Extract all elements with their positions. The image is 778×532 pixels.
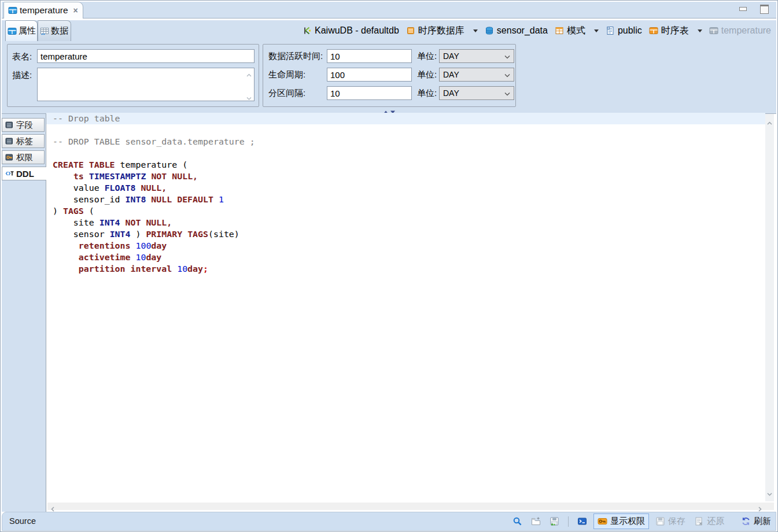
- statusbar-action[interactable]: [529, 515, 543, 528]
- close-icon[interactable]: ×: [73, 6, 78, 14]
- breadcrumb-item[interactable]: 模式: [555, 25, 599, 37]
- minimize-icon[interactable]: [739, 7, 747, 11]
- console-icon: [577, 516, 587, 526]
- scroll-up-icon[interactable]: [245, 70, 253, 76]
- sidebar-item[interactable]: 权限: [2, 150, 45, 164]
- form-row-input[interactable]: [327, 68, 412, 82]
- table-icon: [8, 6, 17, 15]
- permissions-icon: [5, 153, 14, 162]
- form-row-input[interactable]: [327, 49, 412, 63]
- ddl-code-editor[interactable]: -- Drop table-- DROP TABLE sensor_data.t…: [46, 114, 777, 512]
- key-icon: [598, 516, 607, 526]
- chevron-down-icon: [504, 88, 510, 98]
- scroll-down-icon[interactable]: [767, 488, 772, 498]
- chevron-down-icon[interactable]: [698, 29, 702, 32]
- status-bar: Source: [2, 512, 776, 531]
- statusbar-action[interactable]: 还原: [692, 514, 727, 529]
- code-line: [46, 147, 765, 159]
- view-tab[interactable]: 属性: [5, 20, 38, 41]
- statusbar-action-label: 还原: [707, 516, 724, 527]
- fields-icon: [5, 120, 14, 130]
- code-line: sensor_id INT8 NULL DEFAULT 1: [46, 194, 765, 205]
- save-gray-icon: [655, 516, 665, 526]
- data-grid-icon: [40, 27, 49, 36]
- scroll-up-icon[interactable]: [767, 117, 772, 127]
- table-name-label: 表名:: [12, 51, 32, 62]
- breadcrumb-label: 模式: [567, 25, 585, 37]
- breadcrumb: KaiwuDB - defaultdb 时序数据库 sensor_data 模式…: [296, 20, 777, 41]
- breadcrumb-label: sensor_data: [497, 25, 548, 36]
- statusbar-action[interactable]: [575, 515, 589, 528]
- unit-select-value: DAY: [443, 88, 459, 98]
- unit-label: 单位:: [417, 68, 437, 82]
- editor-tab-bar: [2, 2, 776, 19]
- code-line: CREATE TABLE temperature (: [46, 159, 765, 171]
- statusbar-action[interactable]: 刷新: [739, 514, 773, 529]
- code-line: sensor INT4 ) PRIMARY TAGS(site): [46, 228, 765, 240]
- breadcrumb-item[interactable]: KaiwuDB - defaultdb: [303, 25, 399, 36]
- sidebar-item-label: 标签: [16, 136, 33, 147]
- breadcrumb-item[interactable]: 时序数据库: [406, 25, 478, 37]
- breadcrumb-label: public: [618, 25, 642, 36]
- unit-select-value: DAY: [443, 70, 459, 79]
- ddl-icon: [5, 169, 14, 178]
- form-row: 生命周期: 单位: DAY: [263, 68, 515, 82]
- breadcrumb-label: 时序表: [661, 25, 689, 37]
- breadcrumb-label: temperature: [721, 25, 771, 36]
- chevron-down-icon[interactable]: [594, 29, 599, 32]
- sidebar-item[interactable]: 字段: [2, 118, 45, 132]
- table-gray-icon: [709, 26, 718, 35]
- breadcrumb-item[interactable]: public: [606, 25, 642, 36]
- breadcrumb-label: KaiwuDB - defaultdb: [315, 25, 399, 36]
- maximize-icon[interactable]: [760, 5, 769, 14]
- separator: [568, 516, 569, 527]
- page-icon: [606, 26, 615, 35]
- code-line: site INT4 NOT NULL,: [46, 217, 765, 228]
- breadcrumb-item[interactable]: temperature: [709, 25, 771, 36]
- table-blue-icon: [8, 27, 17, 36]
- search-icon: [512, 516, 522, 526]
- code-line: activetime 10day: [46, 252, 765, 263]
- unit-select[interactable]: DAY: [439, 49, 514, 63]
- code-line: -- Drop table: [46, 113, 765, 124]
- form-row-label: 生命周期:: [268, 68, 305, 82]
- statusbar-action[interactable]: [547, 515, 562, 528]
- unit-select[interactable]: DAY: [439, 86, 514, 100]
- save-file-icon: [550, 516, 559, 526]
- kaiwudb-logo: [303, 26, 312, 35]
- code-line: retentions 100day: [46, 240, 765, 252]
- retention-group: 数据活跃时间: 单位: DAY 生命周期: 单位: DAY: [263, 44, 516, 107]
- sidebar-item-label: DDL: [16, 169, 34, 179]
- tags-icon: [5, 136, 14, 146]
- new-folder-icon: [531, 516, 541, 526]
- table-name-input[interactable]: [37, 49, 255, 63]
- editor-tab-label: temperature: [20, 5, 68, 16]
- sidebar-item[interactable]: DDL: [2, 167, 46, 180]
- statusbar-action[interactable]: [566, 515, 571, 529]
- statusbar-action[interactable]: [510, 515, 525, 528]
- schema-icon: [555, 26, 564, 35]
- chevron-down-icon[interactable]: [473, 29, 478, 32]
- sidebar-item-label: 字段: [16, 120, 33, 131]
- statusbar-action[interactable]: 保存: [653, 514, 688, 529]
- horizontal-scrollbar[interactable]: [47, 503, 765, 510]
- statusbar-action[interactable]: 显示权限: [593, 513, 649, 529]
- scroll-down-icon[interactable]: [245, 93, 253, 99]
- table-info-group: 表名: 描述:: [7, 44, 259, 107]
- breadcrumb-item[interactable]: 时序表: [649, 25, 702, 37]
- description-label: 描述:: [12, 70, 32, 81]
- description-textarea[interactable]: [37, 68, 255, 101]
- table-orange-icon: [649, 26, 658, 35]
- scrollbar-corner: [765, 503, 774, 510]
- view-tab[interactable]: 数据: [38, 20, 71, 41]
- vertical-scrollbar[interactable]: [765, 114, 774, 501]
- code-line: ) TAGS (: [46, 205, 765, 217]
- source-tab-label[interactable]: Source: [9, 512, 36, 530]
- form-row-label: 数据活跃时间:: [268, 49, 323, 63]
- sidebar-item[interactable]: 标签: [2, 134, 45, 148]
- unit-select[interactable]: DAY: [439, 68, 514, 82]
- breadcrumb-item[interactable]: sensor_data: [485, 25, 548, 36]
- editor-tab-temperature[interactable]: temperature ×: [3, 2, 83, 19]
- revert-icon: [694, 516, 704, 526]
- form-row-input[interactable]: [327, 86, 412, 100]
